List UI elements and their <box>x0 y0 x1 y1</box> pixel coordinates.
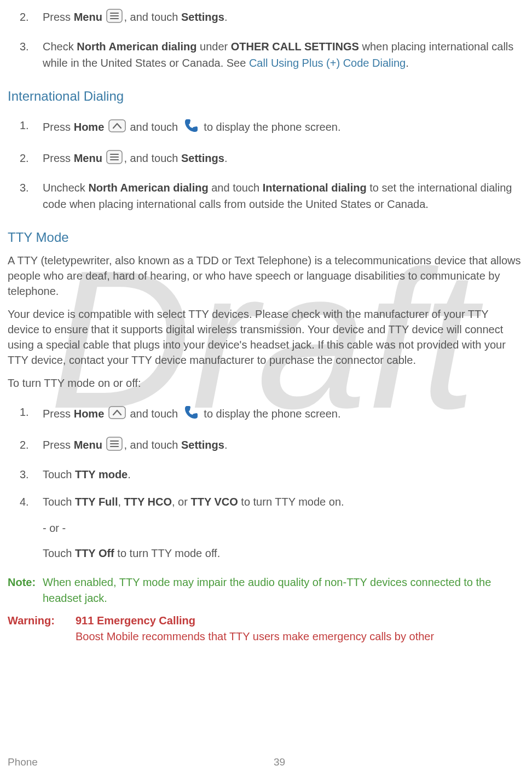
step-number: 3. <box>20 38 29 55</box>
step-number: 3. <box>20 179 29 196</box>
tty-note: Note: When enabled, TTY mode may impair … <box>8 575 521 606</box>
note-label: Note: <box>8 575 43 606</box>
page-footer: Phone 39 <box>8 756 521 768</box>
list-item: 2.Press Menu , and touch Settings. <box>8 431 521 461</box>
warning-text: Boost Mobile recommends that TTY users m… <box>76 629 434 645</box>
list-item: 2.Press Menu , and touch Settings. <box>8 3 521 33</box>
tty-steps: 1.Press Home and touch to display the ph… <box>8 398 521 515</box>
bold-text: Home <box>74 408 105 420</box>
bold-text: TTY HCO <box>124 496 172 508</box>
step-number: 2. <box>20 437 29 453</box>
warning-title: 911 Emergency Calling <box>76 613 434 629</box>
bold-text: Menu <box>74 152 102 164</box>
list-item: 3.Uncheck North American dialing and tou… <box>8 174 521 218</box>
bold-text: Settings <box>181 439 224 451</box>
bold-text: OTHER CALL SETTINGS <box>231 40 359 53</box>
phone-icon <box>182 404 200 426</box>
link-plus-code-dialing[interactable]: Call Using Plus (+) Code Dialing <box>249 57 406 69</box>
tty-or: - or - <box>43 515 521 541</box>
bold-text: Settings <box>181 11 224 23</box>
home-icon <box>108 119 126 137</box>
list-item: 3.Touch TTY mode. <box>8 461 521 488</box>
bold-text: Menu <box>74 11 102 23</box>
international-dialing-steps: 1.Press Home and touch to display the ph… <box>8 112 521 218</box>
note-text: When enabled, TTY mode may impair the au… <box>43 575 521 606</box>
tty-paragraph-2: Your device is compatible with select TT… <box>8 306 521 368</box>
list-item: 1.Press Home and touch to display the ph… <box>8 112 521 144</box>
step-number: 2. <box>20 9 29 25</box>
warning-label: Warning: <box>8 613 76 645</box>
step-number: 4. <box>20 494 29 510</box>
tty-paragraph-3: To turn TTY mode on or off: <box>8 375 521 391</box>
step-number: 1. <box>20 404 29 420</box>
list-item: 3.Check North American dialing under OTH… <box>8 33 521 77</box>
tty-paragraph-1: A TTY (teletypewriter, also known as a T… <box>8 253 521 299</box>
list-item: 4.Touch TTY Full, TTY HCO, or TTY VCO to… <box>8 488 521 515</box>
phone-icon <box>182 117 200 139</box>
bold-text: International dialing <box>263 182 367 194</box>
bold-text: TTY Full <box>75 496 118 508</box>
north-american-steps: 2.Press Menu , and touch Settings.3.Chec… <box>8 3 521 77</box>
home-icon <box>108 406 126 424</box>
step-number: 3. <box>20 466 29 483</box>
list-item: 1.Press Home and touch to display the ph… <box>8 398 521 431</box>
footer-page-number: 39 <box>8 756 521 768</box>
bold-text: Menu <box>74 439 102 451</box>
bold-text: TTY Off <box>75 547 114 559</box>
list-item: 2.Press Menu , and touch Settings. <box>8 144 521 174</box>
bold-text: North American dialing <box>88 182 208 194</box>
step-number: 2. <box>20 150 29 166</box>
menu-icon <box>106 437 123 455</box>
step-number: 1. <box>20 117 29 134</box>
bold-text: Settings <box>181 152 224 164</box>
footer-section: Phone <box>8 756 38 768</box>
bold-text: TTY mode <box>75 468 128 480</box>
bold-text: TTY VCO <box>190 496 238 508</box>
tty-warning: Warning: 911 Emergency Calling Boost Mob… <box>8 613 521 645</box>
heading-tty-mode: TTY Mode <box>8 230 521 245</box>
heading-international-dialing: International Dialing <box>8 89 521 104</box>
menu-icon <box>106 150 123 169</box>
bold-text: North American dialing <box>77 40 196 53</box>
menu-icon <box>106 9 123 27</box>
tty-off: Touch TTY Off to turn TTY mode off. <box>43 541 521 566</box>
bold-text: Home <box>74 121 105 133</box>
